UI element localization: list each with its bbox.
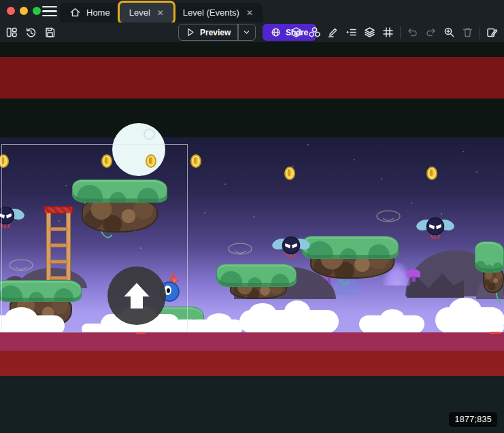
red-marker <box>136 332 146 334</box>
edit-button[interactable] <box>326 26 339 39</box>
redo-icon <box>425 27 437 38</box>
chevron-down-icon <box>242 28 251 37</box>
window-controls <box>7 7 41 15</box>
zoom-button[interactable] <box>443 26 456 39</box>
layers-button[interactable] <box>363 26 376 39</box>
objects-cube-icon <box>290 27 302 38</box>
floating-platform[interactable] <box>72 179 167 203</box>
instances-list-button[interactable] <box>345 26 358 39</box>
tab-label: Level (Events) <box>183 7 239 18</box>
save-icon <box>44 27 56 38</box>
platform-dirt[interactable] <box>82 198 158 232</box>
toolbar-divider <box>400 27 401 39</box>
zoom-in-icon <box>443 27 455 38</box>
history-icon <box>25 27 37 38</box>
object-groups-button[interactable] <box>308 26 321 39</box>
trash-icon <box>462 27 473 38</box>
ground-red-strip[interactable] <box>0 351 504 376</box>
outside-scene-area <box>0 376 504 433</box>
player-pupil <box>167 288 170 293</box>
ground-pink-strip[interactable] <box>0 332 504 351</box>
moon[interactable] <box>112 123 165 176</box>
minimize-window-button[interactable] <box>20 7 28 15</box>
home-icon <box>69 7 81 18</box>
tab-label: Level <box>129 7 150 18</box>
pencil-icon <box>327 27 339 38</box>
cloud[interactable] <box>239 310 339 333</box>
play-icon <box>186 27 196 37</box>
toolbar-divider <box>480 27 480 39</box>
tab-label: Home <box>86 7 110 18</box>
scene-properties-icon <box>486 27 498 38</box>
platform[interactable] <box>0 280 82 302</box>
object-groups-icon <box>309 27 320 38</box>
hamburger-icon <box>42 6 57 7</box>
night-sky-background <box>0 137 504 333</box>
tab-level-events[interactable]: Level (Events) ✕ <box>173 3 263 22</box>
scene-editor-canvas[interactable]: 1877;835 <box>0 42 504 433</box>
tab-home[interactable]: Home <box>60 3 120 22</box>
top-red-wall[interactable] <box>0 57 504 99</box>
undo-button[interactable] <box>406 26 419 39</box>
tab-level[interactable]: Level ✕ <box>120 3 173 22</box>
main-menu-button[interactable] <box>42 6 57 16</box>
panels-icon <box>6 27 18 38</box>
toolbar: Preview Share <box>0 22 504 42</box>
platform[interactable] <box>216 264 297 287</box>
preview-label: Preview <box>200 28 231 37</box>
grid-button[interactable] <box>382 26 394 39</box>
up-arrow-icon <box>117 276 156 315</box>
globe-icon <box>271 27 281 37</box>
layers-icon <box>364 27 375 38</box>
floating-platform[interactable] <box>302 236 399 259</box>
save-button[interactable] <box>44 26 56 39</box>
instances-list-icon <box>346 27 357 38</box>
scene-properties-button[interactable] <box>486 26 499 39</box>
panels-button[interactable] <box>5 26 18 39</box>
preview-button[interactable]: Preview <box>178 24 256 41</box>
preview-options-button[interactable] <box>239 28 255 37</box>
close-tab-icon[interactable]: ✕ <box>157 8 164 18</box>
cloud[interactable] <box>359 315 424 333</box>
delete-button[interactable] <box>461 26 474 39</box>
ladder[interactable] <box>44 206 73 286</box>
titlebar: Home Level ✕ Level (Events) ✕ <box>0 0 504 22</box>
maximize-window-button[interactable] <box>33 7 41 15</box>
objects-panel-button[interactable] <box>290 26 303 39</box>
toolbar-left-group <box>5 22 56 42</box>
grid-icon <box>382 27 394 38</box>
undo-icon <box>407 27 418 38</box>
platform[interactable] <box>475 241 504 273</box>
toolbar-right-group <box>290 22 499 42</box>
close-tab-icon[interactable]: ✕ <box>246 8 253 18</box>
close-window-button[interactable] <box>7 7 15 15</box>
tab-strip: Home Level ✕ Level (Events) ✕ <box>60 3 263 22</box>
cursor-coordinates: 1877;835 <box>449 412 497 427</box>
redo-button[interactable] <box>424 26 437 39</box>
history-button[interactable] <box>24 26 37 39</box>
up-arrow-control[interactable] <box>107 266 166 325</box>
red-marker <box>490 332 501 334</box>
